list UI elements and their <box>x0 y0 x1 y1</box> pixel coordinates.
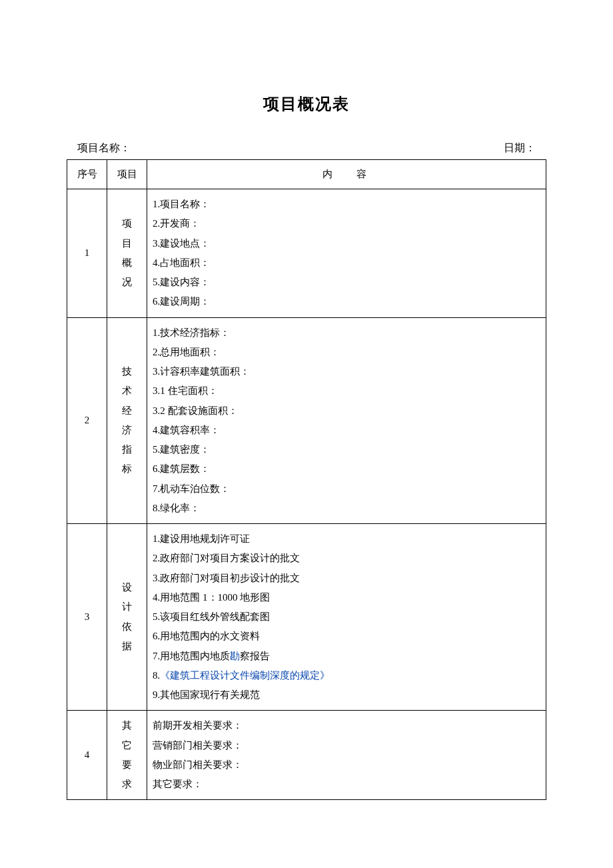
content-line: 营销部门相关要求： <box>153 736 542 755</box>
content-line: 其它要求： <box>153 775 542 794</box>
page-title: 项目概况表 <box>67 93 546 115</box>
content-line: 1.建设用地规划许可证 <box>153 529 542 549</box>
content-line: 4.建筑容积率： <box>153 421 542 440</box>
content-line: 前期开发相关要求： <box>153 716 542 735</box>
content-line: 5.该项目红线外管线配套图 <box>153 607 542 627</box>
table-row: 2技术经济指标1.技术经济指标：2.总用地面积：3.计容积率建筑面积：3.1 住… <box>67 317 546 524</box>
row-item: 设计依据 <box>107 524 147 711</box>
row-item: 其它要求 <box>107 711 147 800</box>
table-row: 3设计依据1.建设用地规划许可证2.政府部门对项目方案设计的批文3.政府部门对项… <box>67 524 546 711</box>
content-line: 2.政府部门对项目方案设计的批文 <box>153 549 542 568</box>
content-line: 1.技术经济指标： <box>153 323 542 343</box>
content-line: 5.建设内容： <box>153 273 542 292</box>
project-overview-table: 序号 项目 内容 1项目概况1.项目名称：2.开发商：3.建设地点：4.占地面积… <box>67 159 546 800</box>
content-line: 8.绿化率： <box>153 499 542 518</box>
content-line: 4.占地面积： <box>153 253 542 273</box>
content-line: 3.建设地点： <box>153 234 542 253</box>
table-header-row: 序号 项目 内容 <box>67 160 546 189</box>
content-line: 7.用地范围内地质勘察报告 <box>153 647 542 666</box>
content-line: 物业部门相关要求： <box>153 755 542 775</box>
content-line: 2.开发商： <box>153 214 542 233</box>
content-line: 3.2 配套设施面积： <box>153 401 542 421</box>
header-row: 项目名称： 日期： <box>67 141 546 159</box>
header-content: 内容 <box>147 160 546 189</box>
content-line: 6.建筑层数： <box>153 459 542 479</box>
content-line: 3.计容积率建筑面积： <box>153 362 542 381</box>
content-line: 3.政府部门对项目初步设计的批文 <box>153 569 542 588</box>
content-line: 6.用地范围内的水文资料 <box>153 627 542 646</box>
header-seq: 序号 <box>67 160 107 189</box>
table-row: 1项目概况1.项目名称：2.开发商：3.建设地点：4.占地面积：5.建设内容：6… <box>67 189 546 318</box>
row-content: 前期开发相关要求：营销部门相关要求：物业部门相关要求：其它要求： <box>147 711 546 800</box>
content-line: 5.建筑密度： <box>153 440 542 459</box>
link-text: 《建筑工程设计文件编制深度的规定》 <box>160 670 330 681</box>
row-seq: 1 <box>67 189 107 318</box>
link-text: 勘 <box>230 651 240 661</box>
row-seq: 4 <box>67 711 107 800</box>
content-line: 2.总用地面积： <box>153 343 542 362</box>
row-item: 技术经济指标 <box>107 317 147 524</box>
row-seq: 2 <box>67 317 107 524</box>
content-line: 7.机动车泊位数： <box>153 479 542 499</box>
content-line: 4.用地范围 1：1000 地形图 <box>153 588 542 607</box>
row-content: 1.建设用地规划许可证2.政府部门对项目方案设计的批文3.政府部门对项目初步设计… <box>147 524 546 711</box>
content-line: 9.其他国家现行有关规范 <box>153 685 542 705</box>
row-item: 项目概况 <box>107 189 147 318</box>
row-content: 1.技术经济指标：2.总用地面积：3.计容积率建筑面积：3.1 住宅面积：3.2… <box>147 317 546 524</box>
content-line: 1.项目名称： <box>153 195 542 214</box>
content-line: 3.1 住宅面积： <box>153 381 542 401</box>
content-line: 6.建设周期： <box>153 292 542 311</box>
row-content: 1.项目名称：2.开发商：3.建设地点：4.占地面积：5.建设内容：6.建设周期… <box>147 189 546 318</box>
project-name-label: 项目名称： <box>77 141 131 155</box>
table-row: 4其它要求前期开发相关要求：营销部门相关要求：物业部门相关要求：其它要求： <box>67 711 546 800</box>
header-item: 项目 <box>107 160 147 189</box>
content-line: 8.《建筑工程设计文件编制深度的规定》 <box>153 666 542 685</box>
row-seq: 3 <box>67 524 107 711</box>
date-label: 日期： <box>504 141 536 155</box>
